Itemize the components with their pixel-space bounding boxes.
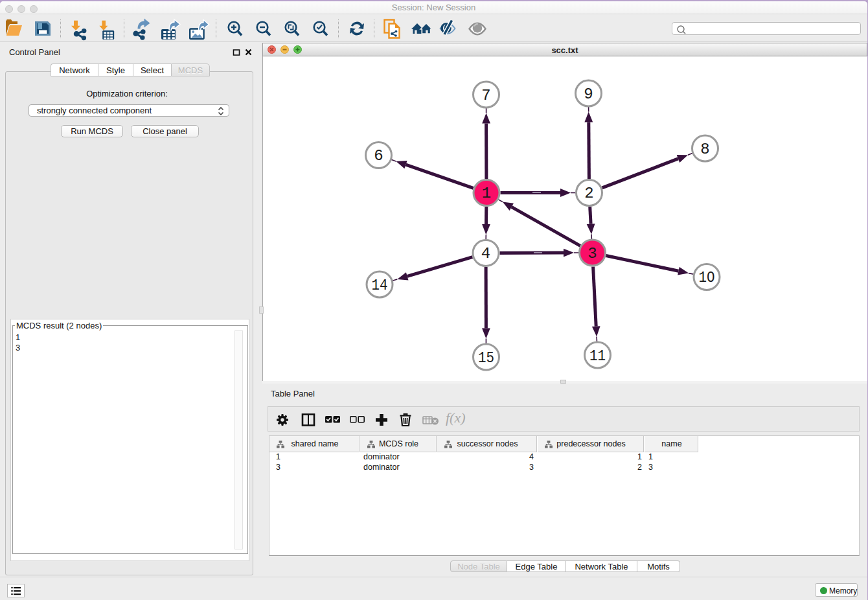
svg-text:2: 2 [584,185,593,202]
svg-text:3: 3 [588,245,597,262]
svg-text:1O: 1O [699,269,715,286]
svg-text:14: 14 [372,277,388,294]
svg-text:4: 4 [481,245,490,262]
svg-text:11: 11 [589,347,606,365]
svg-text:7: 7 [481,87,490,104]
svg-text:8: 8 [700,141,709,158]
svg-text:1: 1 [482,185,491,202]
svg-text:15: 15 [478,349,494,367]
svg-text:6: 6 [374,147,383,165]
svg-text:9: 9 [584,86,593,103]
